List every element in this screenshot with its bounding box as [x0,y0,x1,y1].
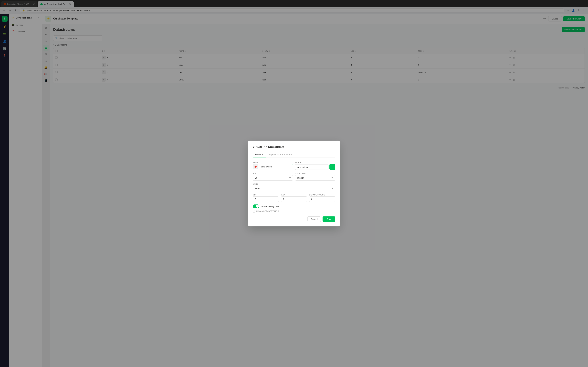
pin-group: PIN V0 V1 V2 [253,173,293,181]
default-value-group: DEFAULT VALUE [309,194,335,202]
advanced-settings-row[interactable]: ADVANCED SETTINGS [253,210,335,212]
max-input[interactable] [281,196,307,202]
name-group: NAME 📌 [253,161,293,170]
units-group: UNITS None Celsius Fahrenheit [253,183,335,191]
advanced-label: ADVANCED SETTINGS [256,210,279,212]
datatype-label: DATA TYPE [295,173,335,175]
pin-type-icon[interactable]: 📌 [253,164,258,169]
min-group: MIN [253,194,279,202]
min-input[interactable] [253,196,279,202]
default-value-label: DEFAULT VALUE [309,194,335,196]
max-label: MAX [281,194,307,196]
history-toggle-row: Enable history data [253,204,335,208]
modal-save-button[interactable]: Save [322,217,335,222]
alias-group: ALIAS [295,161,335,170]
min-max-default-row: MIN MAX DEFAULT VALUE [253,194,335,202]
alias-input[interactable] [295,164,329,170]
modal-footer: Cancel Save [253,217,335,222]
advanced-checkbox[interactable] [253,210,255,212]
units-row: UNITS None Celsius Fahrenheit [253,183,335,191]
max-group: MAX [281,194,307,202]
tab-automations[interactable]: Expose to Automations [266,152,295,158]
modal-title: Virtual Pin Datastream [253,145,335,149]
name-alias-row: NAME 📌 ALIAS [253,161,335,170]
min-label: MIN [253,194,279,196]
modal-cancel-button[interactable]: Cancel [307,217,321,222]
pin-label: PIN [253,173,293,175]
name-label: NAME [253,161,293,163]
modal-tabs: General Expose to Automations [253,152,335,158]
color-swatch-button[interactable] [329,164,335,170]
units-select[interactable]: None Celsius Fahrenheit [253,186,335,191]
tab-general[interactable]: General [253,152,266,158]
pin-select[interactable]: V0 V1 V2 [253,175,293,181]
alias-label: ALIAS [295,161,335,163]
name-input[interactable] [259,164,293,169]
history-label: Enable history data [261,205,279,208]
datatype-select[interactable]: Integer Double String [295,175,335,181]
virtual-pin-datastream-modal: Virtual Pin Datastream General Expose to… [248,141,340,226]
units-label: UNITS [253,183,335,185]
datatype-group: DATA TYPE Integer Double String [295,173,335,181]
history-toggle[interactable] [253,204,259,208]
modal-overlay[interactable]: Virtual Pin Datastream General Expose to… [0,0,588,367]
pin-datatype-row: PIN V0 V1 V2 DATA TYPE Integer Double St… [253,173,335,181]
default-value-input[interactable] [309,196,335,202]
